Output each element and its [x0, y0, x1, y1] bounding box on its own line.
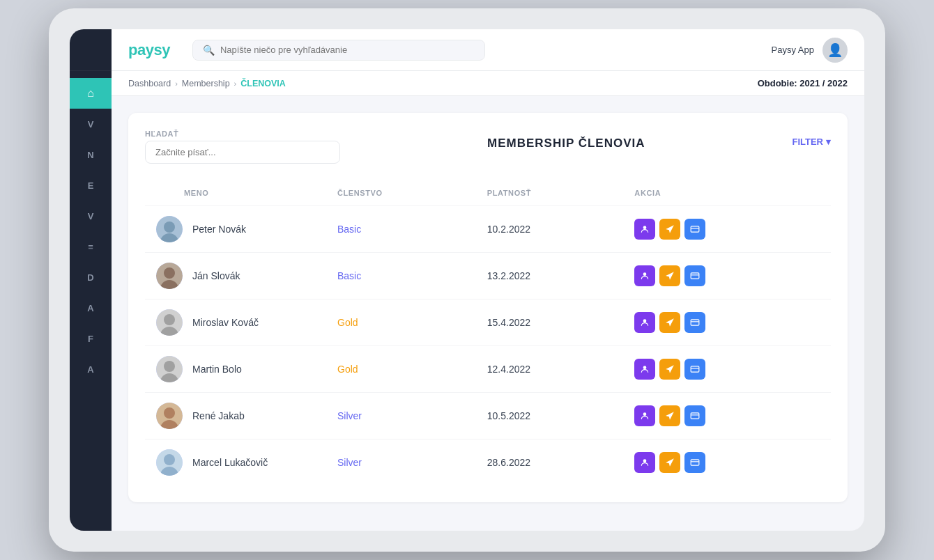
table-row: René Jakab Silver 10.5.2022: [145, 393, 831, 440]
card-button[interactable]: [684, 359, 705, 380]
member-name-cell: René Jakab: [145, 393, 326, 440]
membership-cell: Basic: [326, 253, 476, 300]
sidebar-item-list[interactable]: ≡: [70, 231, 112, 262]
svg-rect-22: [691, 366, 700, 372]
member-name: Marcel Lukačovič: [192, 457, 268, 468]
send-button[interactable]: [659, 405, 680, 426]
sidebar-item-v1[interactable]: V: [70, 109, 112, 139]
member-avatar: [156, 449, 183, 476]
sidebar-item-v2[interactable]: V: [70, 201, 112, 231]
svg-rect-10: [691, 273, 700, 279]
date-value: 10.5.2022: [487, 410, 530, 421]
breadcrumb-bar: Dashboard › Membership › ČLENOVIA Obdobi…: [112, 71, 864, 96]
card-button[interactable]: [684, 265, 705, 286]
breadcrumb-dashboard[interactable]: Dashboard: [128, 79, 171, 88]
member-name-cell: Marcel Lukačovič: [145, 440, 326, 486]
breadcrumb-membership[interactable]: Membership: [182, 79, 230, 88]
member-name: Miroslav Kováč: [192, 317, 259, 328]
card-button[interactable]: [684, 452, 705, 473]
date-cell: 15.4.2022: [476, 300, 624, 346]
avatar[interactable]: 👤: [822, 38, 848, 63]
profile-button[interactable]: [634, 452, 655, 473]
date-value: 15.4.2022: [487, 317, 530, 328]
date-cell: 10.5.2022: [476, 393, 624, 440]
sidebar-logo-area: [70, 29, 112, 71]
search-bar[interactable]: 🔍: [192, 40, 485, 61]
send-button[interactable]: [659, 265, 680, 286]
table-row: Ján Slovák Basic 13.2.2022: [145, 253, 831, 300]
profile-button[interactable]: [634, 219, 655, 240]
member-name-cell: Miroslav Kováč: [145, 300, 326, 346]
col-platnost: PLATNOSŤ: [476, 183, 624, 206]
svg-point-25: [164, 407, 175, 419]
date-cell: 28.6.2022: [476, 440, 624, 486]
date-cell: 10.2.2022: [476, 206, 624, 253]
action-buttons: [634, 452, 820, 473]
page-body: HĽADAŤ MEMBERSHIP ČLENOVIA FILTER ▾: [112, 96, 864, 531]
app-header: paysy 🔍 Paysy App 👤: [112, 29, 864, 71]
action-cell: [623, 393, 831, 440]
members-card: HĽADAŤ MEMBERSHIP ČLENOVIA FILTER ▾: [128, 113, 848, 502]
membership-link[interactable]: Basic: [337, 224, 361, 235]
send-button[interactable]: [659, 312, 680, 333]
send-button[interactable]: [659, 359, 680, 380]
membership-link[interactable]: Basic: [337, 270, 361, 281]
user-name-label: Paysy App: [772, 45, 814, 55]
svg-rect-4: [691, 226, 700, 232]
member-name: Ján Slovák: [192, 270, 240, 281]
card-header: HĽADAŤ MEMBERSHIP ČLENOVIA FILTER ▾: [145, 130, 831, 164]
search-input[interactable]: [220, 45, 475, 55]
svg-point-19: [164, 361, 175, 372]
sidebar-item-e[interactable]: E: [70, 170, 112, 201]
home-icon: ⌂: [87, 87, 94, 100]
action-buttons: [634, 359, 820, 380]
sidebar-item-f[interactable]: F: [70, 323, 112, 354]
card-button[interactable]: [684, 405, 705, 426]
action-buttons: [634, 405, 820, 426]
membership-link[interactable]: Gold: [337, 364, 358, 375]
date-value: 13.2.2022: [487, 270, 530, 281]
profile-button[interactable]: [634, 312, 655, 333]
sidebar-item-home[interactable]: ⌂: [70, 78, 112, 109]
table-header-row: MENO ČLENSTVO PLATNOSŤ AKCIA: [145, 183, 831, 206]
member-name-cell: Peter Novák: [145, 206, 326, 253]
card-button[interactable]: [684, 312, 705, 333]
membership-cell: Gold: [326, 300, 476, 346]
date-value: 10.2.2022: [487, 224, 530, 235]
membership-link[interactable]: Silver: [337, 457, 362, 468]
svg-point-27: [643, 412, 647, 416]
svg-point-3: [643, 226, 647, 229]
sidebar-item-a2[interactable]: A: [70, 354, 112, 384]
search-section: HĽADAŤ: [145, 130, 340, 164]
breadcrumb: Dashboard › Membership › ČLENOVIA: [128, 79, 286, 88]
svg-rect-28: [691, 413, 700, 419]
send-button[interactable]: [659, 452, 680, 473]
date-cell: 13.2.2022: [476, 253, 624, 300]
membership-link[interactable]: Gold: [337, 317, 358, 328]
profile-button[interactable]: [634, 265, 655, 286]
col-meno: MENO: [145, 183, 326, 206]
action-cell: [623, 206, 831, 253]
member-avatar: [156, 403, 183, 429]
action-buttons: [634, 219, 820, 240]
members-table: MENO ČLENSTVO PLATNOSŤ AKCIA Peter: [145, 183, 831, 485]
date-cell: 12.4.2022: [476, 346, 624, 393]
app-logo: paysy: [128, 41, 170, 59]
main-content: paysy 🔍 Paysy App 👤: [112, 29, 864, 531]
profile-button[interactable]: [634, 405, 655, 426]
sidebar-item-a1[interactable]: A: [70, 293, 112, 323]
col-clenstvo: ČLENSTVO: [326, 183, 476, 206]
members-search-input[interactable]: [145, 141, 340, 164]
svg-point-33: [643, 459, 647, 462]
sidebar-item-n[interactable]: N: [70, 139, 112, 170]
membership-link[interactable]: Silver: [337, 410, 362, 421]
svg-point-1: [164, 221, 175, 233]
profile-button[interactable]: [634, 359, 655, 380]
filter-button[interactable]: FILTER ▾: [792, 137, 831, 147]
period-selector[interactable]: Obdobie: 2021 / 2022: [758, 78, 848, 88]
card-button[interactable]: [684, 219, 705, 240]
svg-point-15: [643, 319, 647, 322]
sidebar-item-d[interactable]: D: [70, 262, 112, 293]
table-row: Miroslav Kováč Gold 15.4.2022: [145, 300, 831, 346]
send-button[interactable]: [659, 219, 680, 240]
